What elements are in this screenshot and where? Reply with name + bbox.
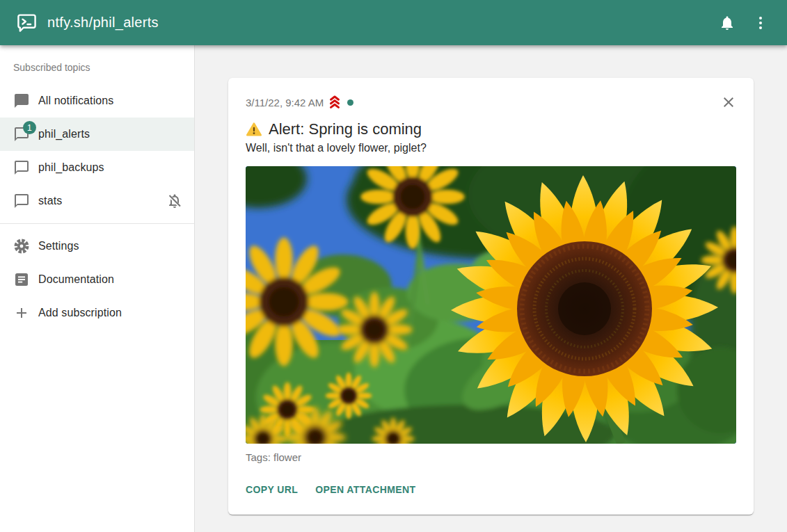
sidebar-item-label: Documentation <box>38 273 183 286</box>
sidebar-item-label: stats <box>38 195 166 207</box>
sidebar-item-label: Settings <box>38 240 183 252</box>
gear-icon <box>13 238 30 255</box>
notification-title: Alert: Spring is coming <box>269 120 422 138</box>
notification-timestamp: 3/11/22, 9:42 AM <box>246 97 324 108</box>
copy-url-button[interactable]: COPY URL <box>246 480 298 499</box>
main-content: 3/11/22, 9:42 AM <box>195 45 787 532</box>
attachment-image[interactable] <box>246 166 736 444</box>
notification-card: 3/11/22, 9:42 AM <box>228 78 754 515</box>
sidebar-item-label: phil_alerts <box>38 128 183 140</box>
sidebar-item-phil-alerts[interactable]: 1 phil_alerts <box>0 118 194 151</box>
notification-tags: Tags: flower <box>246 451 736 463</box>
sidebar-item-add-subscription[interactable]: Add subscription <box>0 296 194 330</box>
new-indicator-dot <box>347 99 353 106</box>
chat-outline-icon <box>13 193 30 209</box>
sidebar-divider <box>0 223 194 224</box>
subscribed-topics-header: Subscribed topics <box>0 51 194 84</box>
notifications-bell-button[interactable] <box>710 6 744 40</box>
sidebar-item-stats[interactable]: stats <box>0 184 194 218</box>
chat-filled-icon <box>13 92 30 109</box>
sidebar-item-label: All notifications <box>38 95 183 107</box>
sidebar-item-documentation[interactable]: Documentation <box>0 263 194 296</box>
chat-outline-icon <box>13 159 30 176</box>
notification-header: 3/11/22, 9:42 AM <box>246 93 736 114</box>
notification-actions: COPY URL OPEN ATTACHMENT <box>246 480 736 503</box>
notification-title-row: Alert: Spring is coming <box>246 120 736 138</box>
sidebar-item-label: phil_backups <box>38 161 183 174</box>
sidebar-item-phil-backups[interactable]: phil_backups <box>0 151 194 184</box>
overflow-menu-button[interactable] <box>744 6 777 40</box>
chat-outline-icon: 1 <box>13 126 30 143</box>
priority-max-icon <box>327 95 342 109</box>
ntfy-terminal-logo-icon <box>17 13 37 33</box>
sidebar-item-all-notifications[interactable]: All notifications <box>0 84 194 118</box>
app-title: ntfy.sh/phil_alerts <box>47 15 159 31</box>
plus-icon <box>13 305 30 321</box>
sidebar-item-label: Add subscription <box>38 307 183 319</box>
warning-emoji-icon <box>246 122 262 138</box>
close-icon <box>720 94 737 111</box>
kebab-menu-icon <box>752 15 769 31</box>
notification-meta: 3/11/22, 9:42 AM <box>246 93 353 109</box>
open-attachment-button[interactable]: OPEN ATTACHMENT <box>315 480 415 499</box>
muted-bell-icon <box>166 193 183 209</box>
unread-badge: 1 <box>23 121 36 134</box>
bell-icon <box>719 15 736 31</box>
notification-body: Well, isn't that a lovely flower, piglet… <box>246 142 736 154</box>
document-icon <box>13 271 30 288</box>
close-notification-button[interactable] <box>717 90 740 114</box>
app-bar: ntfy.sh/phil_alerts <box>0 0 787 45</box>
sidebar: Subscribed topics All notifications 1 ph… <box>0 45 195 532</box>
sidebar-item-settings[interactable]: Settings <box>0 229 194 263</box>
